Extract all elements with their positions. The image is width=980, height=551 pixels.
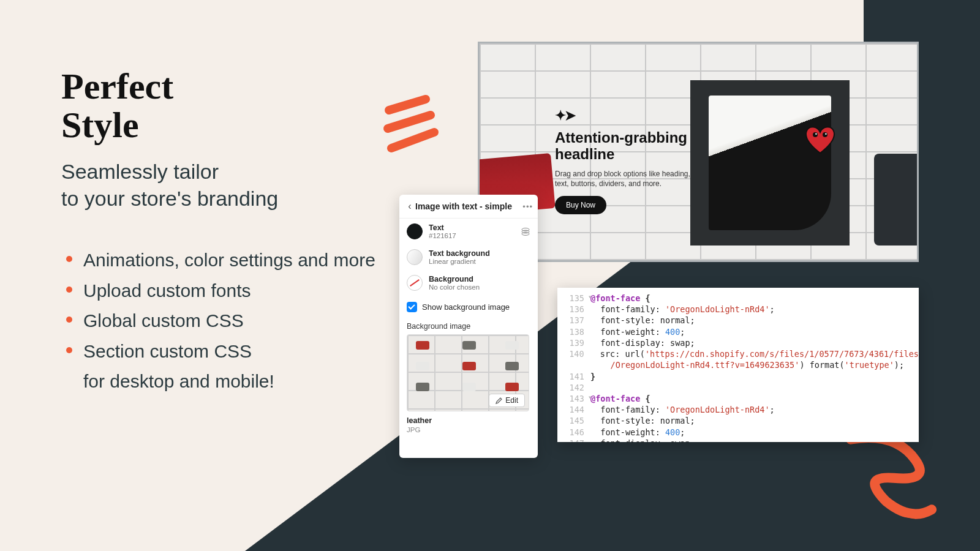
pencil-icon xyxy=(496,397,503,404)
code-line: 145 font-style: normal; xyxy=(557,415,919,426)
svg-point-1 xyxy=(823,132,827,137)
line-number: 138 xyxy=(557,326,590,337)
swatch-icon xyxy=(407,249,423,265)
code-line: 135@font-face { xyxy=(557,293,919,304)
hero-headline: Attention-grabbing headline xyxy=(555,130,701,163)
page-title: Perfect Style xyxy=(61,67,173,144)
code-text: font-family: 'OregonLdoLight-nRd4'; xyxy=(590,404,919,415)
color-row-text[interactable]: Text #121617 xyxy=(399,219,538,244)
color-row-bg[interactable]: Background No color chosen xyxy=(399,270,538,296)
bg-image-thumbnail[interactable]: Edit xyxy=(407,334,529,411)
heart-icon xyxy=(803,124,837,154)
section-label: Background image xyxy=(399,316,538,334)
code-line: 143@font-face { xyxy=(557,393,919,404)
style-panel: ‹ Image with text - simple ••• Text #121… xyxy=(399,195,538,458)
feature-item: Upload custom fonts xyxy=(61,276,375,306)
swatch-icon xyxy=(407,223,423,239)
svg-point-6 xyxy=(522,233,529,236)
hero-text-block: ✦➤ Attention-grabbing headline Drag and … xyxy=(555,108,701,214)
row-title: Text xyxy=(429,223,456,232)
brand-logo-icon: ✦➤ xyxy=(555,108,701,124)
line-number: 139 xyxy=(557,337,590,348)
feature-item: Section custom CSSfor desktop and mobile… xyxy=(61,336,375,397)
code-line: 137 font-style: normal; xyxy=(557,315,919,326)
edit-button[interactable]: Edit xyxy=(489,394,525,407)
line-number: 135 xyxy=(557,293,590,304)
svg-point-3 xyxy=(825,133,827,135)
code-line: 140 src: url('https://cdn.shopify.com/s/… xyxy=(557,348,919,359)
page-subtitle: Seamlessly tailor to your store's brandi… xyxy=(61,158,278,212)
feature-item: Animations, color settings and more xyxy=(61,245,375,276)
code-text: font-family: 'OregonLdoLight-nRd4'; xyxy=(590,304,919,315)
color-row-text-bg[interactable]: Text background Linear gradient xyxy=(399,244,538,270)
row-subtitle: Linear gradient xyxy=(429,258,490,265)
code-text: @font-face { xyxy=(590,293,919,304)
line-number: 146 xyxy=(557,427,590,438)
decorative-shoe xyxy=(874,154,919,246)
line-number: 140 xyxy=(557,348,590,359)
code-line: /OregonLdoLight-nRd4.ttf?v=1649623635') … xyxy=(557,359,919,370)
row-title: Text background xyxy=(429,249,490,258)
hero-copy: Drag and drop block options like heading… xyxy=(555,169,701,189)
feature-item: Global custom CSS xyxy=(61,305,375,336)
line-number: 144 xyxy=(557,404,590,415)
panel-header: ‹ Image with text - simple ••• xyxy=(399,195,538,219)
title-line2: Style xyxy=(61,105,139,145)
checkbox-checked-icon[interactable] xyxy=(407,302,417,312)
code-text: /OregonLdoLight-nRd4.ttf?v=1649623635') … xyxy=(590,359,919,370)
svg-point-0 xyxy=(813,132,818,137)
edit-label: Edit xyxy=(505,396,518,405)
subtitle-line2: to your store's branding xyxy=(61,187,278,210)
feature-list: Animations, color settings and moreUploa… xyxy=(61,245,375,397)
code-text: font-display: swap; xyxy=(590,438,919,442)
code-text: @font-face { xyxy=(590,393,919,404)
code-text: font-weight: 400; xyxy=(590,326,919,337)
more-icon[interactable]: ••• xyxy=(522,202,533,211)
code-text: font-display: swap; xyxy=(590,337,919,348)
code-line: 136 font-family: 'OregonLdoLight-nRd4'; xyxy=(557,304,919,315)
code-editor: 135@font-face {136 font-family: 'OregonL… xyxy=(557,288,919,442)
squiggle-icon xyxy=(377,92,444,159)
image-name: leather xyxy=(399,411,538,425)
code-text: } xyxy=(590,371,919,382)
panel-title: Image with text - simple xyxy=(415,201,522,211)
code-text: src: url('https://cdn.shopify.com/s/file… xyxy=(590,348,919,359)
hero-image xyxy=(690,80,850,246)
line-number: 142 xyxy=(557,382,590,393)
line-number: 141 xyxy=(557,371,590,382)
line-number: 136 xyxy=(557,304,590,315)
code-line: 144 font-family: 'OregonLdoLight-nRd4'; xyxy=(557,404,919,415)
layers-icon xyxy=(521,227,530,236)
shoe-graphic xyxy=(709,96,831,230)
subtitle-line1: Seamlessly tailor xyxy=(61,160,219,183)
preview-backdrop: ✦➤ Attention-grabbing headline Drag and … xyxy=(480,43,917,260)
buy-now-button[interactable]: Buy Now xyxy=(555,196,606,214)
code-text: font-style: normal; xyxy=(590,315,919,326)
line-number: 143 xyxy=(557,393,590,404)
title-line1: Perfect xyxy=(61,66,173,107)
row-subtitle: #121617 xyxy=(429,232,456,239)
svg-point-2 xyxy=(815,133,817,135)
code-line: 142 xyxy=(557,382,919,393)
line-number: 147 xyxy=(557,438,590,442)
code-line: 139 font-display: swap; xyxy=(557,337,919,348)
row-title: Background xyxy=(429,275,480,283)
line-number xyxy=(557,359,590,370)
back-icon[interactable]: ‹ xyxy=(404,201,415,212)
checkbox-label: Show background image xyxy=(422,302,510,312)
row-subtitle: No color chosen xyxy=(429,283,480,291)
store-preview: ✦➤ Attention-grabbing headline Drag and … xyxy=(478,42,919,262)
code-text: font-style: normal; xyxy=(590,415,919,426)
show-bg-checkbox-row[interactable]: Show background image xyxy=(399,296,538,316)
image-type: JPG xyxy=(399,425,538,440)
code-line: 141} xyxy=(557,371,919,382)
line-number: 145 xyxy=(557,415,590,426)
code-text: font-weight: 400; xyxy=(590,427,919,438)
line-number: 137 xyxy=(557,315,590,326)
code-line: 147 font-display: swap; xyxy=(557,438,919,442)
swatch-icon xyxy=(407,275,423,291)
code-line: 138 font-weight: 400; xyxy=(557,326,919,337)
code-line: 146 font-weight: 400; xyxy=(557,427,919,438)
code-text xyxy=(590,382,919,393)
